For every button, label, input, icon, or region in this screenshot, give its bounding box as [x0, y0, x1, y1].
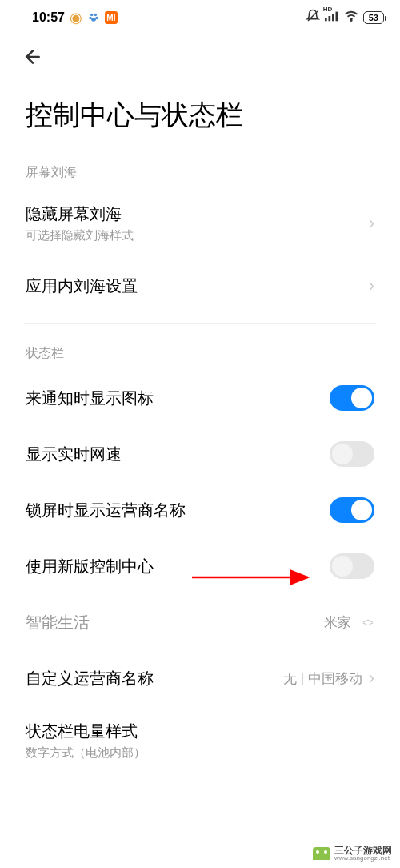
- chevron-right-icon: ›: [369, 668, 374, 689]
- updown-icon: ︿﹀: [362, 616, 374, 629]
- row-custom-carrier[interactable]: 自定义运营商名称 无 | 中国移动 ›: [0, 650, 400, 706]
- status-left-group: 10:57 ◉ MI: [32, 10, 118, 25]
- status-right-group: HD 53: [306, 9, 384, 26]
- row-title: 状态栏电量样式: [26, 721, 146, 742]
- row-value: 米家: [324, 613, 351, 632]
- battery-icon: 53: [363, 11, 384, 24]
- row-use-new-control: 使用新版控制中心: [0, 538, 400, 594]
- svg-rect-7: [328, 16, 330, 21]
- row-inapp-notch[interactable]: 应用内刘海设置 ›: [0, 258, 400, 314]
- dnd-icon: [306, 9, 320, 26]
- row-show-notif-icon: 来通知时显示图标: [0, 370, 400, 426]
- row-sub: 数字方式（电池内部）: [26, 745, 146, 761]
- row-hide-notch[interactable]: 隐藏屏幕刘海 可选择隐藏刘海样式 ›: [0, 189, 400, 258]
- status-time: 10:57: [32, 10, 65, 25]
- row-title: 显示实时网速: [26, 444, 122, 465]
- chevron-right-icon: ›: [369, 213, 374, 234]
- row-smart-life[interactable]: 智能生活 米家 ︿﹀: [0, 594, 400, 650]
- row-title: 隐藏屏幕刘海: [26, 203, 134, 225]
- row-title: 锁屏时显示运营商名称: [26, 500, 186, 521]
- svg-point-4: [91, 18, 96, 22]
- svg-rect-9: [335, 12, 338, 22]
- mi-app-icon: MI: [105, 11, 118, 24]
- divider: [24, 323, 376, 324]
- wifi-icon: [344, 10, 358, 25]
- toggle-use-new-control[interactable]: [330, 553, 374, 579]
- row-show-netspeed: 显示实时网速: [0, 426, 400, 482]
- nav-bar: [0, 32, 400, 81]
- svg-point-0: [90, 14, 94, 17]
- row-title: 应用内刘海设置: [26, 275, 138, 297]
- toggle-show-notif-icon[interactable]: [330, 385, 374, 411]
- page-title: 控制中心与状态栏: [0, 81, 400, 153]
- row-title: 来通知时显示图标: [26, 388, 154, 409]
- phone-status-bar: 10:57 ◉ MI HD 53: [0, 0, 400, 32]
- row-title: 使用新版控制中心: [26, 556, 154, 577]
- row-sub: 可选择隐藏刘海样式: [26, 228, 134, 243]
- watermark: 三公子游戏网 www.sangongzi.net: [313, 846, 392, 862]
- watermark-url: www.sangongzi.net: [334, 855, 392, 862]
- baidu-paw-icon: [87, 11, 100, 24]
- svg-point-1: [94, 14, 98, 17]
- section-header-notch: 屏幕刘海: [0, 153, 400, 189]
- svg-rect-6: [325, 18, 327, 22]
- toggle-show-netspeed[interactable]: [330, 441, 374, 467]
- row-title: 智能生活: [26, 612, 90, 633]
- svg-rect-8: [332, 14, 334, 21]
- row-value: 无 | 中国移动: [283, 669, 362, 688]
- chevron-right-icon: ›: [369, 275, 374, 296]
- svg-point-2: [89, 17, 92, 19]
- section-header-statusbar: 状态栏: [0, 334, 400, 370]
- row-show-carrier-lock: 锁屏时显示运营商名称: [0, 482, 400, 538]
- signal-icon: HD: [325, 10, 339, 25]
- watermark-logo-icon: [313, 847, 330, 860]
- svg-point-3: [95, 17, 98, 19]
- toggle-show-carrier-lock[interactable]: [330, 497, 374, 523]
- back-icon[interactable]: [22, 47, 43, 72]
- row-battery-style[interactable]: 状态栏电量样式 数字方式（电池内部）: [0, 706, 400, 775]
- svg-point-10: [350, 20, 352, 22]
- row-title: 自定义运营商名称: [26, 668, 154, 689]
- weibo-icon: ◉: [70, 11, 82, 24]
- hd-label: HD: [323, 6, 333, 13]
